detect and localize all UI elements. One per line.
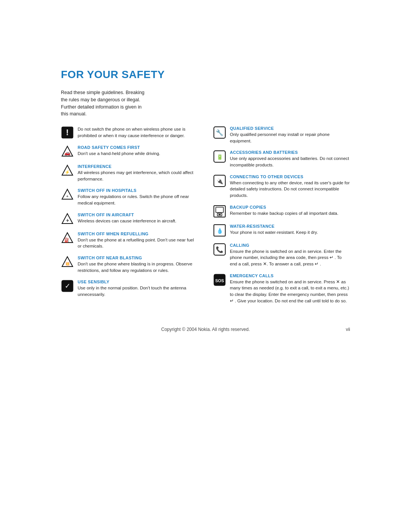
item-title: BACKUP COPIES (230, 205, 350, 209)
item-title: SWITCH OFF IN AIRCRAFT (78, 212, 198, 217)
item-text: BACKUP COPIES Remember to make backup co… (230, 205, 350, 217)
exclamation-icon: ! (61, 126, 74, 139)
item-title: USE SENSIBLY (78, 280, 198, 284)
svg-text:🔧: 🔧 (216, 129, 223, 136)
svg-rect-25 (218, 214, 221, 215)
item-text: SWITCH OFF WHEN REFUELLING Don't use the… (78, 232, 198, 249)
list-item: BACKUP COPIES Remember to make backup co… (213, 205, 350, 218)
item-text: USE SENSIBLY Use only in the normal posi… (78, 280, 198, 297)
list-item: ⛽ SWITCH OFF WHEN REFUELLING Don't use t… (61, 232, 198, 249)
warning-aircraft-icon: ✈ (61, 212, 74, 225)
use-sensibly-icon: ✓ (61, 280, 74, 292)
item-text: SWITCH OFF IN HOSPITALS Follow any regul… (78, 188, 198, 206)
item-desc: Do not switch the phone on when wireless… (78, 126, 198, 139)
item-text: ROAD SAFETY COMES FIRST Don't use a hand… (78, 145, 198, 157)
item-text: Do not switch the phone on when wireless… (78, 126, 198, 139)
list-item: 📞 CALLING Ensure the phone is switched o… (213, 243, 350, 267)
list-item: + SWITCH OFF IN HOSPITALS Follow any reg… (61, 188, 198, 206)
qualified-service-icon: 🔧 (213, 126, 226, 139)
item-title: QUALIFIED SERVICE (230, 126, 350, 131)
item-title: SWITCH OFF WHEN REFUELLING (78, 232, 198, 236)
item-title: CALLING (230, 243, 350, 248)
list-item: 💧 WATER-RESISTANCE Your phone is not wat… (213, 224, 350, 237)
item-title: ACCESSORIES AND BATTERIES (230, 150, 350, 155)
item-desc: Don't use the phone where blasting is in… (78, 261, 198, 273)
list-item: ⚡ INTERFERENCE All wireless phones may g… (61, 164, 198, 182)
item-desc: Don't use the phone at a refuelling poin… (78, 237, 198, 249)
warning-refuel-icon: ⛽ (61, 232, 74, 244)
item-title: CONNECTING TO OTHER DEVICES (230, 174, 350, 179)
svg-text:🔌: 🔌 (217, 178, 223, 185)
svg-text:!: ! (66, 128, 68, 137)
item-desc: Ensure the phone is switched on and in s… (230, 279, 350, 304)
emergency-calls-icon: SOS (213, 273, 226, 286)
item-title: ROAD SAFETY COMES FIRST (78, 145, 198, 150)
svg-text:📞: 📞 (216, 246, 223, 253)
item-title: SWITCH OFF IN HOSPITALS (78, 188, 198, 193)
list-item: 💥 SWITCH OFF NEAR BLASTING Don't use the… (61, 256, 198, 273)
list-item: 🚗 ROAD SAFETY COMES FIRST Don't use a ha… (61, 145, 198, 158)
page-container: FOR YOUR SAFETY Read these simple guidel… (61, 69, 350, 332)
item-text: CALLING Ensure the phone is switched on … (230, 243, 350, 267)
item-text: QUALIFIED SERVICE Only qualified personn… (230, 126, 350, 144)
svg-text:💧: 💧 (217, 228, 223, 234)
list-item: 🔌 CONNECTING TO OTHER DEVICES When conne… (213, 174, 350, 199)
item-desc: Your phone is not water-resistant. Keep … (230, 229, 350, 236)
item-desc: Use only in the normal position. Don't t… (78, 285, 198, 297)
item-desc: Ensure the phone is switched on and in s… (230, 248, 350, 267)
item-title: EMERGENCY CALLS (230, 273, 350, 278)
item-text: SWITCH OFF NEAR BLASTING Don't use the p… (78, 256, 198, 273)
item-desc: Use only approved accessories and batter… (230, 155, 350, 168)
svg-text:✓: ✓ (65, 282, 70, 290)
list-item: 🔋 ACCESSORIES AND BATTERIES Use only app… (213, 150, 350, 168)
content-columns: ! Do not switch the phone on when wirele… (61, 126, 350, 304)
svg-text:💥: 💥 (65, 261, 70, 266)
footer: Copyright © 2004 Nokia. All rights reser… (61, 327, 350, 332)
warning-blast-icon: 💥 (61, 256, 74, 268)
right-column: 🔧 QUALIFIED SERVICE Only qualified perso… (213, 126, 350, 304)
item-title: INTERFERENCE (78, 164, 198, 169)
item-desc: Follow any regulations or rules. Switch … (78, 193, 198, 206)
svg-text:⛽: ⛽ (64, 237, 70, 243)
item-text: EMERGENCY CALLS Ensure the phone is swit… (230, 273, 350, 304)
connecting-devices-icon: 🔌 (213, 174, 226, 187)
warning-car-icon: 🚗 (61, 145, 74, 158)
list-item: 🔧 QUALIFIED SERVICE Only qualified perso… (213, 126, 350, 144)
backup-icon (213, 205, 226, 218)
item-desc: Don't use a hand-held phone while drivin… (78, 150, 198, 157)
svg-text:✈: ✈ (66, 218, 69, 223)
item-text: SWITCH OFF IN AIRCRAFT Wireless devices … (78, 212, 198, 224)
item-title: SWITCH OFF NEAR BLASTING (78, 256, 198, 260)
list-item: ✓ USE SENSIBLY Use only in the normal po… (61, 280, 198, 297)
list-item: SOS EMERGENCY CALLS Ensure the phone is … (213, 273, 350, 304)
footer-page-number: vii (346, 327, 350, 332)
item-desc: Only qualified personnel may install or … (230, 131, 350, 144)
item-text: CONNECTING TO OTHER DEVICES When connect… (230, 174, 350, 199)
item-title: WATER-RESISTANCE (230, 224, 350, 228)
interference-icon: ⚡ (61, 164, 74, 177)
item-text: ACCESSORIES AND BATTERIES Use only appro… (230, 150, 350, 168)
footer-copyright: Copyright © 2004 Nokia. All rights reser… (161, 327, 250, 332)
warning-hospital-icon: + (61, 188, 74, 201)
svg-text:+: + (66, 194, 68, 198)
item-desc: All wireless phones may get interference… (78, 169, 198, 182)
list-item: ✈ SWITCH OFF IN AIRCRAFT Wireless device… (61, 212, 198, 225)
svg-rect-23 (216, 207, 223, 212)
item-desc: Wireless devices can cause interference … (78, 218, 198, 224)
page-title: FOR YOUR SAFETY (61, 69, 350, 81)
calling-icon: 📞 (213, 243, 226, 256)
svg-text:🚗: 🚗 (64, 150, 71, 156)
list-item: ! Do not switch the phone on when wirele… (61, 126, 198, 139)
svg-text:⚡: ⚡ (65, 169, 70, 175)
item-text: WATER-RESISTANCE Your phone is not water… (230, 224, 350, 236)
item-text: INTERFERENCE All wireless phones may get… (78, 164, 198, 182)
accessories-icon: 🔋 (213, 150, 226, 163)
left-column: ! Do not switch the phone on when wirele… (61, 126, 198, 304)
water-resistance-icon: 💧 (213, 224, 226, 237)
item-desc: When connecting to any other device, rea… (230, 180, 350, 199)
intro-text: Read these simple guidelines. Breaking t… (61, 89, 145, 118)
svg-text:🔋: 🔋 (217, 154, 223, 160)
svg-text:SOS: SOS (215, 278, 224, 283)
item-desc: Remember to make backup copies of all im… (230, 210, 350, 217)
